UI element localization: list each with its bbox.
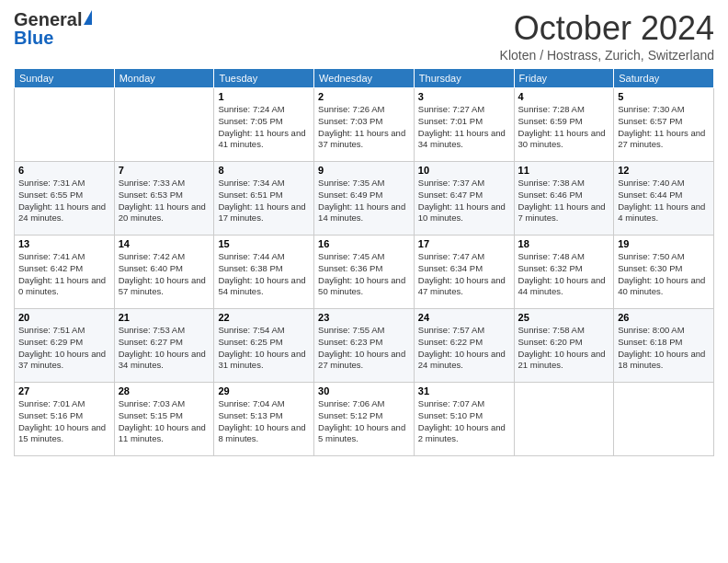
calendar-day-cell: 19 Sunrise: 7:50 AM Sunset: 6:30 PM Dayl… — [614, 236, 714, 309]
day-sunrise: Sunrise: 7:42 AM — [119, 251, 185, 261]
day-sunset: Sunset: 7:03 PM — [318, 116, 382, 126]
day-daylight: Daylight: 10 hours and 44 minutes. — [518, 275, 606, 297]
calendar-day-cell: 28 Sunrise: 7:03 AM Sunset: 5:15 PM Dayl… — [114, 383, 214, 456]
day-sunset: Sunset: 6:23 PM — [318, 337, 382, 347]
weekday-header-cell: Thursday — [414, 69, 514, 88]
day-sunrise: Sunrise: 7:04 AM — [218, 398, 284, 408]
logo-general: General — [14, 9, 82, 29]
day-sunrise: Sunrise: 7:03 AM — [119, 398, 185, 408]
calendar-day-cell: 30 Sunrise: 7:06 AM Sunset: 5:12 PM Dayl… — [314, 383, 415, 456]
calendar-day-cell: 25 Sunrise: 7:58 AM Sunset: 6:20 PM Dayl… — [514, 309, 614, 383]
day-number: 26 — [618, 312, 710, 323]
day-daylight: Daylight: 10 hours and 24 minutes. — [418, 349, 506, 371]
calendar-week-row: 6 Sunrise: 7:31 AM Sunset: 6:55 PM Dayli… — [15, 162, 714, 236]
day-sunrise: Sunrise: 7:34 AM — [218, 178, 284, 188]
day-sunrise: Sunrise: 7:44 AM — [218, 251, 284, 261]
day-sunset: Sunset: 7:05 PM — [218, 116, 282, 126]
calendar-day-cell — [514, 383, 614, 456]
calendar-day-cell: 24 Sunrise: 7:57 AM Sunset: 6:22 PM Dayl… — [414, 309, 514, 383]
day-daylight: Daylight: 10 hours and 18 minutes. — [618, 349, 705, 371]
calendar-day-cell: 9 Sunrise: 7:35 AM Sunset: 6:49 PM Dayli… — [314, 162, 415, 236]
day-sunset: Sunset: 6:22 PM — [418, 337, 483, 347]
calendar-day-cell: 14 Sunrise: 7:42 AM Sunset: 6:40 PM Dayl… — [114, 236, 214, 309]
day-daylight: Daylight: 11 hours and 10 minutes. — [418, 201, 506, 224]
day-daylight: Daylight: 11 hours and 7 minutes. — [518, 201, 606, 224]
logo: General Blue — [14, 9, 92, 48]
day-sunset: Sunset: 6:27 PM — [119, 337, 183, 347]
day-sunrise: Sunrise: 7:54 AM — [218, 325, 284, 335]
calendar-day-cell: 26 Sunrise: 8:00 AM Sunset: 6:18 PM Dayl… — [614, 309, 714, 383]
day-daylight: Daylight: 11 hours and 20 minutes. — [119, 201, 206, 224]
day-daylight: Daylight: 10 hours and 54 minutes. — [218, 275, 305, 297]
calendar-day-cell: 13 Sunrise: 7:41 AM Sunset: 6:42 PM Dayl… — [15, 236, 115, 309]
logo-blue: Blue — [14, 28, 53, 48]
day-number: 29 — [218, 385, 310, 396]
day-sunrise: Sunrise: 7:55 AM — [318, 325, 384, 335]
calendar-day-cell: 20 Sunrise: 7:51 AM Sunset: 6:29 PM Dayl… — [15, 309, 115, 383]
day-sunset: Sunset: 6:53 PM — [119, 190, 183, 200]
weekday-header-cell: Monday — [114, 69, 214, 88]
day-sunrise: Sunrise: 7:51 AM — [18, 325, 85, 335]
day-number: 7 — [119, 165, 210, 176]
day-number: 10 — [418, 165, 510, 176]
title-block: October 2024 Kloten / Hostrass, Zurich, … — [500, 9, 714, 63]
calendar-day-cell: 5 Sunrise: 7:30 AM Sunset: 6:57 PM Dayli… — [614, 88, 714, 162]
day-daylight: Daylight: 11 hours and 27 minutes. — [618, 128, 705, 150]
weekday-header-row: SundayMondayTuesdayWednesdayThursdayFrid… — [15, 69, 714, 88]
day-number: 9 — [318, 165, 410, 176]
day-sunrise: Sunrise: 7:26 AM — [318, 104, 384, 114]
day-number: 22 — [218, 312, 310, 323]
calendar: SundayMondayTuesdayWednesdayThursdayFrid… — [14, 68, 714, 456]
day-sunrise: Sunrise: 7:06 AM — [318, 398, 384, 408]
day-number: 15 — [218, 238, 310, 249]
day-sunset: Sunset: 6:40 PM — [119, 263, 183, 273]
day-number: 17 — [418, 238, 510, 249]
day-number: 24 — [418, 312, 510, 323]
day-sunset: Sunset: 5:12 PM — [318, 410, 382, 420]
day-sunrise: Sunrise: 7:45 AM — [318, 251, 384, 261]
day-sunset: Sunset: 6:46 PM — [518, 190, 583, 200]
day-daylight: Daylight: 10 hours and 8 minutes. — [218, 422, 305, 444]
day-sunset: Sunset: 6:44 PM — [618, 190, 682, 200]
calendar-day-cell: 7 Sunrise: 7:33 AM Sunset: 6:53 PM Dayli… — [114, 162, 214, 236]
weekday-header-cell: Saturday — [614, 69, 714, 88]
day-sunset: Sunset: 6:30 PM — [618, 263, 682, 273]
calendar-day-cell: 4 Sunrise: 7:28 AM Sunset: 6:59 PM Dayli… — [514, 88, 614, 162]
calendar-day-cell: 18 Sunrise: 7:48 AM Sunset: 6:32 PM Dayl… — [514, 236, 614, 309]
day-daylight: Daylight: 11 hours and 0 minutes. — [18, 275, 106, 297]
day-daylight: Daylight: 10 hours and 57 minutes. — [119, 275, 206, 297]
day-daylight: Daylight: 11 hours and 24 minutes. — [18, 201, 106, 224]
day-number: 30 — [318, 385, 410, 396]
calendar-day-cell: 23 Sunrise: 7:55 AM Sunset: 6:23 PM Dayl… — [314, 309, 415, 383]
day-daylight: Daylight: 11 hours and 17 minutes. — [218, 201, 305, 224]
calendar-day-cell: 6 Sunrise: 7:31 AM Sunset: 6:55 PM Dayli… — [15, 162, 115, 236]
day-sunrise: Sunrise: 7:27 AM — [418, 104, 484, 114]
day-sunrise: Sunrise: 7:37 AM — [418, 178, 484, 188]
calendar-body: 1 Sunrise: 7:24 AM Sunset: 7:05 PM Dayli… — [15, 88, 714, 456]
day-number: 3 — [418, 91, 510, 102]
day-number: 19 — [618, 238, 710, 249]
day-sunset: Sunset: 6:20 PM — [518, 337, 583, 347]
day-number: 14 — [119, 238, 210, 249]
day-daylight: Daylight: 10 hours and 21 minutes. — [518, 349, 606, 371]
day-daylight: Daylight: 10 hours and 15 minutes. — [18, 422, 106, 444]
calendar-week-row: 27 Sunrise: 7:01 AM Sunset: 5:16 PM Dayl… — [15, 383, 714, 456]
day-number: 21 — [119, 312, 210, 323]
calendar-day-cell: 8 Sunrise: 7:34 AM Sunset: 6:51 PM Dayli… — [214, 162, 314, 236]
day-sunrise: Sunrise: 7:07 AM — [418, 398, 484, 408]
calendar-day-cell — [614, 383, 714, 456]
day-sunrise: Sunrise: 7:41 AM — [18, 251, 85, 261]
day-sunset: Sunset: 6:59 PM — [518, 116, 583, 126]
day-number: 1 — [218, 91, 310, 102]
page: General Blue October 2024 Kloten / Hostr… — [0, 0, 728, 563]
day-sunrise: Sunrise: 7:35 AM — [318, 178, 384, 188]
day-sunrise: Sunrise: 7:31 AM — [18, 178, 85, 188]
day-number: 20 — [18, 312, 110, 323]
day-sunset: Sunset: 6:25 PM — [218, 337, 282, 347]
day-number: 6 — [18, 165, 110, 176]
calendar-day-cell: 2 Sunrise: 7:26 AM Sunset: 7:03 PM Dayli… — [314, 88, 415, 162]
day-number: 5 — [618, 91, 710, 102]
calendar-day-cell: 27 Sunrise: 7:01 AM Sunset: 5:16 PM Dayl… — [15, 383, 115, 456]
month-title: October 2024 — [500, 9, 714, 48]
calendar-day-cell: 22 Sunrise: 7:54 AM Sunset: 6:25 PM Dayl… — [214, 309, 314, 383]
